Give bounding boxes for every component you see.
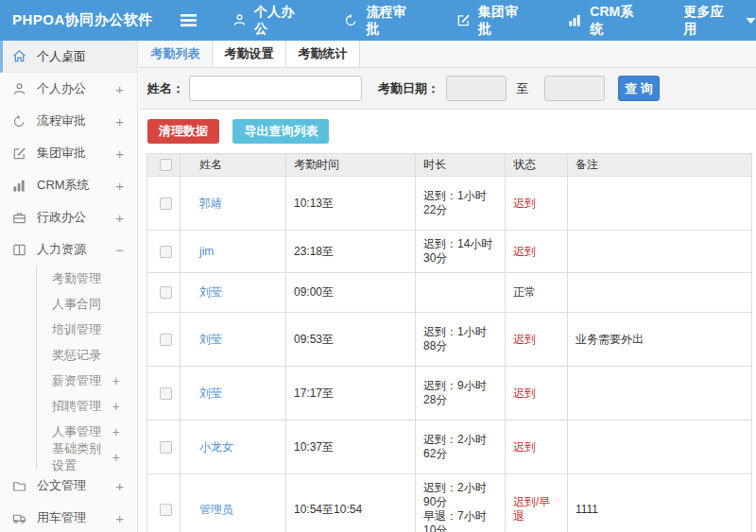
sidebar-subitem-label: 薪资管理 — [52, 372, 112, 389]
app-logo: PHPOA协同办公软件 — [0, 11, 180, 29]
expand-toggle[interactable]: + — [115, 113, 124, 129]
table-row: jim 23:18至 迟到：14小时30分 迟到 — [147, 231, 752, 273]
sidebar-subitem-hr-contracts[interactable]: 人事合同 — [37, 291, 137, 317]
sidebar-item-personal-desktop[interactable]: 个人桌面 — [0, 41, 137, 73]
status-badge: 迟到 — [506, 177, 568, 231]
row-checkbox[interactable] — [160, 246, 172, 258]
employee-name-link[interactable]: 管理员 — [199, 503, 233, 516]
note: 1111 — [568, 474, 752, 532]
nav-label: 流程审批 — [366, 4, 418, 38]
employee-name-link[interactable]: 郭靖 — [199, 197, 222, 210]
date-to-input[interactable] — [544, 76, 605, 101]
tab-attendance-settings[interactable]: 考勤设置 — [213, 41, 286, 67]
sidebar-subitem-label: 基础类别设置 — [52, 440, 112, 474]
action-bar: 清理数据 导出查询列表 — [139, 110, 756, 153]
name-filter-input[interactable] — [189, 76, 362, 101]
note — [568, 177, 752, 231]
table-header-row: 姓名 考勤时间 时长 状态 备注 — [147, 154, 752, 177]
row-checkbox[interactable] — [160, 334, 172, 346]
expand-toggle[interactable]: + — [115, 81, 124, 97]
tab-attendance-list[interactable]: 考勤列表 — [139, 41, 213, 67]
employee-name-link[interactable]: 刘莹 — [199, 285, 222, 299]
filter-bar: 姓名： 考勤日期： 至 查 询 — [139, 68, 756, 110]
row-checkbox[interactable] — [160, 286, 172, 299]
tab-bar: 考勤列表 考勤设置 考勤统计 — [139, 41, 756, 68]
employee-name-link[interactable]: 刘莹 — [199, 333, 222, 346]
table-row: 郭靖 10:13至 迟到：1小时22分 迟到 — [147, 177, 752, 231]
sidebar-item-document-management[interactable]: 公文管理 + — [0, 470, 137, 502]
name-filter-label: 姓名： — [147, 80, 184, 97]
employee-name-link[interactable]: 刘莹 — [199, 386, 222, 400]
book-icon — [12, 243, 28, 257]
nav-personal-office[interactable]: 个人办公 — [232, 4, 306, 38]
sidebar-item-human-resources[interactable]: 人力资源 − — [0, 233, 137, 266]
nav-group-approval[interactable]: 集团审批 — [456, 4, 530, 38]
clean-data-button[interactable]: 清理数据 — [147, 119, 219, 144]
nav-more-apps[interactable]: 更多应用 — [684, 4, 756, 38]
row-checkbox[interactable] — [160, 504, 172, 516]
select-all-checkbox[interactable] — [160, 159, 172, 171]
bar-chart-icon — [12, 179, 28, 193]
status-badge: 正常 — [506, 273, 568, 313]
row-checkbox[interactable] — [160, 441, 172, 454]
sidebar-item-label: 用车管理 — [37, 509, 115, 526]
tab-attendance-statistics[interactable]: 考勤统计 — [286, 41, 360, 67]
date-range-separator: 至 — [516, 80, 528, 97]
employee-name-link[interactable]: jim — [199, 245, 214, 258]
menu-toggle-button[interactable] — [180, 14, 197, 26]
sidebar-subitem-label: 人事合同 — [52, 296, 120, 313]
sidebar-subitem-training-management[interactable]: 培训管理 — [37, 317, 137, 342]
sidebar-item-admin-office[interactable]: 行政办公 + — [0, 201, 137, 233]
flow-arrow-icon — [344, 13, 358, 27]
expand-toggle[interactable]: + — [115, 478, 124, 494]
main-content: 考勤列表 考勤设置 考勤统计 姓名： 考勤日期： 至 查 询 清理数据 导出查询… — [139, 41, 756, 532]
sidebar-subitem-label: 培训管理 — [52, 321, 120, 338]
duration — [416, 273, 506, 313]
note — [568, 231, 752, 273]
status-badge: 迟到 — [506, 420, 568, 474]
row-checkbox[interactable] — [160, 387, 172, 400]
sidebar-subitem-salary-management[interactable]: 薪资管理 + — [37, 368, 137, 393]
attendance-time: 10:54至10:54 — [286, 474, 416, 532]
expand-toggle[interactable]: + — [112, 450, 120, 465]
column-header-name: 姓名 — [180, 154, 286, 177]
employee-name-link[interactable]: 小龙女 — [199, 440, 233, 454]
sidebar-subitem-recruitment-management[interactable]: 招聘管理 + — [37, 393, 137, 419]
sidebar-subitem-attendance-management[interactable]: 考勤管理 — [37, 266, 137, 291]
app-window: PHPOA协同办公软件 个人办公 流程审批 — [0, 0, 756, 532]
expand-toggle[interactable]: + — [115, 146, 124, 162]
note — [568, 420, 752, 474]
expand-toggle[interactable]: + — [112, 399, 120, 414]
sidebar-item-label: 公文管理 — [37, 477, 115, 494]
sidebar-item-vehicle-management[interactable]: 用车管理 + — [0, 502, 137, 532]
expand-toggle[interactable]: + — [115, 210, 124, 226]
table-row: 刘莹 17:17至 迟到：9小时28分 迟到 — [147, 367, 752, 420]
date-from-input[interactable] — [446, 76, 507, 101]
attendance-time: 09:00至 — [286, 273, 416, 313]
note — [568, 273, 752, 313]
status-badge: 迟到 — [506, 231, 568, 273]
search-button[interactable]: 查 询 — [618, 76, 660, 101]
date-filter-label: 考勤日期： — [378, 80, 439, 97]
expand-toggle[interactable]: + — [115, 178, 124, 194]
column-header-note: 备注 — [568, 154, 752, 177]
sidebar-item-workflow-approval[interactable]: 流程审批 + — [0, 105, 137, 137]
sidebar-subitem-rewards-punishments[interactable]: 奖惩记录 — [37, 342, 137, 368]
sidebar-subitem-base-category-settings[interactable]: 基础类别设置 + — [37, 444, 137, 470]
sidebar-item-personal-office[interactable]: 个人办公 + — [0, 73, 137, 105]
bar-chart-icon — [568, 13, 582, 27]
expand-toggle[interactable]: + — [115, 510, 124, 526]
sidebar-item-crm-system[interactable]: CRM系统 + — [0, 169, 137, 201]
export-list-button[interactable]: 导出查询列表 — [232, 119, 329, 144]
table-row: 小龙女 10:37至 迟到：2小时62分 迟到 — [147, 420, 752, 474]
expand-toggle[interactable]: + — [112, 424, 120, 439]
note — [568, 367, 752, 420]
collapse-toggle[interactable]: − — [115, 242, 124, 258]
nav-crm-system[interactable]: CRM系统 — [568, 4, 645, 38]
row-checkbox[interactable] — [160, 197, 172, 210]
duration: 迟到：9小时28分 — [416, 367, 506, 420]
sidebar-item-group-approval[interactable]: 集团审批 + — [0, 137, 137, 169]
folder-icon — [12, 479, 28, 493]
nav-workflow-approval[interactable]: 流程审批 — [344, 4, 418, 38]
expand-toggle[interactable]: + — [112, 373, 120, 388]
